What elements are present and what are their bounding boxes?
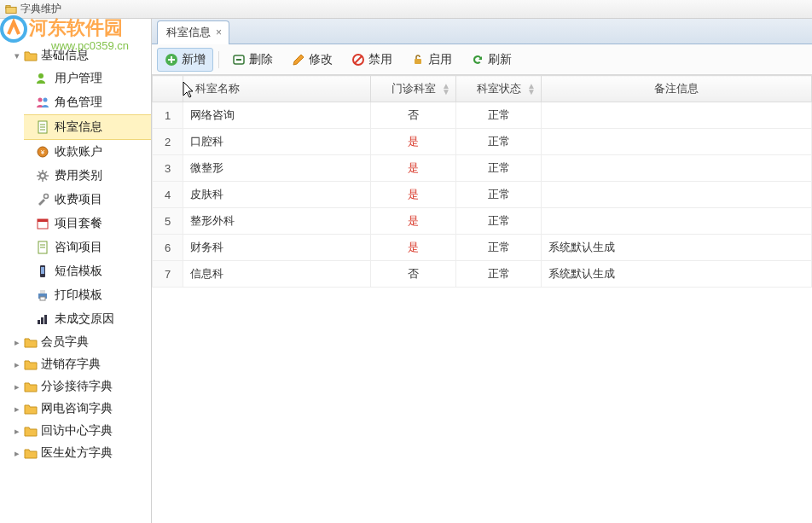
cell-name: 整形外科	[183, 208, 371, 235]
folder-icon	[24, 447, 38, 459]
enable-button[interactable]: 启用	[403, 48, 460, 72]
tree-leaf-10[interactable]: 未成交原因	[24, 307, 151, 331]
folder-icon	[24, 425, 38, 437]
pencil-icon	[292, 53, 305, 67]
expand-icon[interactable]	[12, 404, 22, 415]
svg-rect-22	[40, 290, 45, 293]
delete-button[interactable]: 删除	[224, 48, 281, 72]
refresh-icon	[471, 53, 484, 67]
tree-group-2[interactable]: 进销存字典	[0, 353, 151, 375]
table-row[interactable]: 5整形外科是正常	[153, 208, 812, 235]
cell-status: 正常	[456, 182, 542, 208]
cell-index: 6	[153, 235, 183, 261]
folder-icon	[24, 403, 38, 415]
cell-index: 5	[153, 208, 183, 235]
col-name[interactable]: 科室名称	[183, 76, 371, 102]
expand-icon[interactable]	[12, 337, 22, 348]
gear-icon	[36, 169, 49, 183]
cell-remark	[542, 102, 812, 129]
table-row[interactable]: 7信息科否正常系统默认生成	[153, 261, 812, 288]
cell-outpatient: 是	[371, 129, 456, 155]
tree-leaf-6[interactable]: 项目套餐	[24, 212, 151, 235]
page-icon	[36, 241, 49, 254]
svg-rect-1	[6, 7, 16, 13]
users-icon	[36, 72, 49, 85]
svg-rect-25	[41, 317, 44, 324]
table-row[interactable]: 3微整形是正常	[153, 155, 812, 182]
tree-leaf-7[interactable]: 咨询项目	[24, 235, 151, 259]
doc-icon	[36, 120, 49, 134]
window-title-bar: 字典维护	[0, 0, 812, 19]
window-icon	[5, 3, 17, 15]
sort-icon[interactable]: ▲▼	[527, 83, 536, 95]
cell-name: 财务科	[183, 235, 371, 261]
tree-leaf-1[interactable]: 角色管理	[24, 90, 151, 114]
tree-group-4[interactable]: 网电咨询字典	[0, 398, 151, 420]
cell-outpatient: 否	[371, 261, 456, 288]
cell-outpatient: 是	[371, 235, 456, 261]
close-icon[interactable]: ×	[216, 26, 222, 38]
calendar-icon	[36, 217, 49, 230]
cell-status: 正常	[456, 102, 542, 129]
unlock-icon	[411, 53, 425, 67]
expand-icon[interactable]	[12, 448, 22, 459]
cell-name: 口腔科	[183, 129, 371, 155]
tree-leaf-5[interactable]: 收费项目	[24, 188, 151, 212]
tree-group-label: 会员字典	[41, 334, 89, 350]
col-remark[interactable]: 备注信息	[542, 76, 812, 102]
expand-icon[interactable]	[12, 359, 22, 370]
table-row[interactable]: 6财务科是正常系统默认生成	[153, 235, 812, 261]
svg-point-5	[44, 98, 48, 102]
col-status[interactable]: 科室状态▲▼	[456, 76, 542, 102]
chart-icon	[36, 312, 49, 326]
cell-remark	[542, 155, 812, 182]
data-grid[interactable]: 科室名称 门诊科室▲▼ 科室状态▲▼ 备注信息 1网络咨询否正常2口腔科是正常3…	[152, 75, 812, 523]
cell-index: 1	[153, 102, 183, 129]
cell-remark: 系统默认生成	[542, 261, 812, 288]
tree-leaf-8[interactable]: 短信模板	[24, 259, 151, 283]
sort-icon[interactable]: ▲▼	[442, 83, 450, 95]
tree-leaf-9[interactable]: 打印模板	[24, 283, 151, 307]
tree-leaf-2[interactable]: 科室信息	[24, 114, 151, 140]
phone-icon	[36, 264, 49, 278]
tab-department-info[interactable]: 科室信息 ×	[157, 20, 229, 44]
tree-group-5[interactable]: 回访中心字典	[0, 420, 151, 442]
cell-name: 微整形	[183, 155, 371, 182]
window-title: 字典维护	[20, 2, 61, 16]
svg-rect-24	[38, 320, 40, 324]
tools-icon	[36, 193, 49, 206]
tree-group-3[interactable]: 分诊接待字典	[0, 375, 151, 398]
minus-icon	[232, 53, 246, 67]
cell-outpatient: 是	[371, 182, 456, 208]
add-button[interactable]: 新增	[157, 48, 213, 72]
tree-leaf-label: 收费项目	[55, 192, 102, 207]
table-row[interactable]: 2口腔科是正常	[153, 129, 812, 155]
toolbar: 新增 删除 修改 禁用 启用 刷新	[152, 44, 812, 75]
tree-group-label: 回访中心字典	[41, 423, 113, 439]
expand-icon[interactable]	[12, 381, 22, 392]
tree-leaf-0[interactable]: 用户管理	[24, 67, 151, 90]
edit-button[interactable]: 修改	[284, 48, 340, 72]
tree-group-label: 医生处方字典	[41, 445, 113, 461]
table-row[interactable]: 4皮肤科是正常	[153, 182, 812, 208]
tree-leaf-3[interactable]: ¥收款账户	[24, 140, 151, 164]
tree-group-0[interactable]: 基础信息	[0, 44, 151, 67]
expand-icon[interactable]	[12, 426, 22, 437]
svg-rect-26	[44, 315, 47, 324]
tree-group-label: 网电咨询字典	[41, 401, 113, 416]
svg-rect-20	[41, 267, 44, 274]
table-row[interactable]: 1网络咨询否正常	[153, 102, 812, 129]
refresh-button[interactable]: 刷新	[463, 48, 519, 72]
tree-leaf-label: 未成交原因	[55, 311, 114, 327]
col-outpatient[interactable]: 门诊科室▲▼	[371, 76, 456, 102]
tab-bar: 科室信息 ×	[152, 19, 812, 44]
disable-button[interactable]: 禁用	[344, 48, 400, 72]
svg-rect-29	[236, 59, 241, 61]
tree-group-1[interactable]: 会员字典	[0, 331, 151, 353]
tree-leaf-4[interactable]: 费用类别	[24, 164, 151, 188]
expand-icon[interactable]	[12, 50, 22, 61]
svg-rect-32	[415, 59, 421, 64]
tree-group-6[interactable]: 医生处方字典	[0, 442, 151, 464]
printer-icon	[36, 288, 49, 302]
col-index[interactable]	[153, 76, 183, 102]
